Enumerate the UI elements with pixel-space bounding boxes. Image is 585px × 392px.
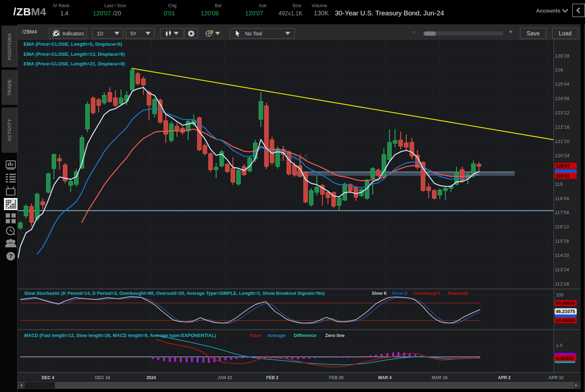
svg-text:DEC 18: DEC 18	[95, 375, 110, 380]
svg-text:Value: Value	[249, 333, 261, 338]
svg-text:20.00000: 20.00000	[556, 318, 575, 323]
svg-text:2024: 2024	[147, 375, 156, 380]
svg-text:115'16: 115'16	[555, 239, 569, 244]
svg-text:46.21075: 46.21075	[556, 309, 575, 314]
svg-text:113'24: 113'24	[555, 267, 569, 272]
svg-text:119'22: 119'22	[556, 173, 570, 179]
svg-text:Average: Average	[267, 333, 286, 338]
svg-text:APR 2: APR 2	[498, 375, 511, 380]
svg-text:EMA (Price=CLOSE, Length=5, Di: EMA (Price=CLOSE, Length=5, Displace=0)	[24, 41, 122, 47]
svg-text:118'04: 118'04	[555, 196, 569, 201]
svg-text:114'20: 114'20	[555, 253, 569, 258]
svg-text:APR 12: APR 12	[549, 375, 564, 380]
svg-text:116'12: 116'12	[555, 224, 569, 229]
svg-text:Oversold: Oversold	[448, 291, 468, 296]
svg-text:EMA (Price=CLOSE, Length=13, D: EMA (Price=CLOSE, Length=13, Displace=0)	[24, 51, 125, 57]
svg-text:FEB 2: FEB 2	[266, 375, 278, 380]
svg-text:123'12: 123'12	[555, 110, 570, 115]
svg-text:1.0: 1.0	[556, 343, 562, 348]
svg-text:125'04: 125'04	[555, 82, 570, 87]
svg-text:Slow D: Slow D	[392, 291, 407, 296]
svg-text:100: 100	[556, 293, 564, 298]
svg-text:DEC 4: DEC 4	[41, 375, 54, 380]
svg-text:121'20: 121'20	[555, 139, 570, 144]
svg-text:122'16: 122'16	[555, 125, 570, 130]
svg-text:FEB 20: FEB 20	[329, 375, 344, 380]
svg-text:Overbought: Overbought	[413, 291, 440, 296]
svg-text:Slow Stochastic (K Period=14,: Slow Stochastic (K Period=14, D Period=3…	[24, 291, 324, 296]
svg-text:JAN 22: JAN 22	[218, 375, 232, 380]
svg-text:119: 119	[555, 182, 563, 187]
svg-text:124'08: 124'08	[555, 96, 570, 101]
svg-text:117'08: 117'08	[555, 210, 569, 215]
svg-text:-0.05316: -0.05316	[555, 356, 573, 361]
svg-text:MAR 4: MAR 4	[378, 375, 392, 380]
svg-text:120'07: 120'07	[556, 163, 570, 169]
svg-text:Difference: Difference	[294, 333, 317, 338]
svg-text:MAR 18: MAR 18	[432, 375, 447, 380]
svg-text:112'28: 112'28	[555, 282, 569, 287]
svg-text:126'28: 126'28	[555, 54, 570, 59]
svg-text:120'24: 120'24	[555, 153, 570, 158]
svg-text:MACD (Fast length=12, Slow len: MACD (Fast length=12, Slow length=26, MA…	[24, 333, 216, 338]
svg-text:Zero line: Zero line	[325, 333, 344, 338]
svg-text:Slow K: Slow K	[372, 291, 387, 296]
svg-text:EMA (Price=CLOSE, Length=21, D: EMA (Price=CLOSE, Length=21, Displace=0)	[24, 61, 125, 66]
svg-text:126: 126	[555, 68, 563, 73]
svg-text:80.00000: 80.00000	[556, 301, 575, 306]
